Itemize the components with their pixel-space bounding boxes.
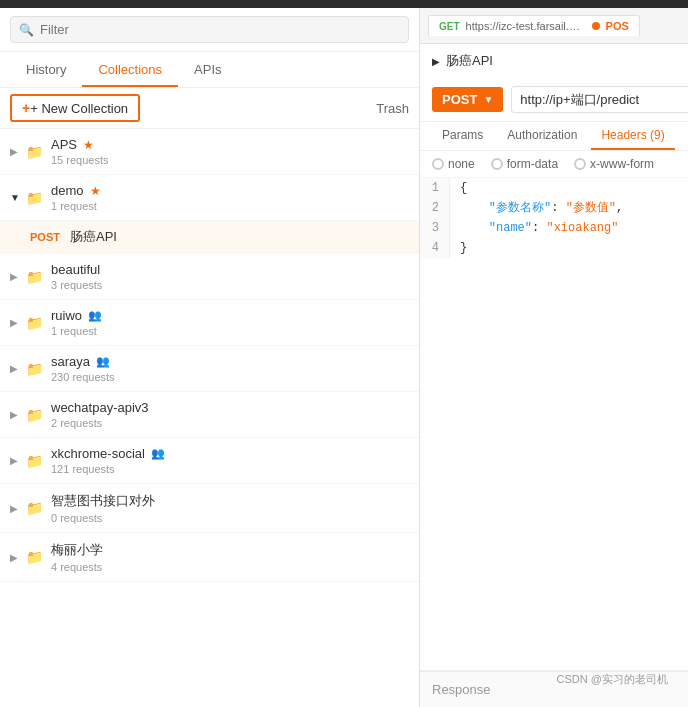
item-info-saraya: saraya 👥 230 requests bbox=[51, 354, 409, 383]
url-input[interactable] bbox=[511, 86, 688, 113]
active-request-tab[interactable]: GET https://izc-test.farsail.net.cn/co..… bbox=[428, 15, 640, 36]
item-name-zhihui: 智慧图书接口对外 bbox=[51, 492, 409, 510]
collection-item-saraya[interactable]: ▶ 📁 saraya 👥 230 requests bbox=[0, 346, 419, 392]
radio-formdata[interactable]: form-data bbox=[491, 157, 558, 171]
subtab-authorization[interactable]: Authorization bbox=[497, 122, 587, 150]
folder-icon-wechatpay: 📁 bbox=[26, 407, 43, 423]
subtab-params[interactable]: Params bbox=[432, 122, 493, 150]
subtab-headers[interactable]: Headers (9) bbox=[591, 122, 674, 150]
code-line-2: 2 "参数名称": "参数值", bbox=[420, 198, 688, 218]
chevron-icon-xkchrome: ▶ bbox=[10, 455, 20, 466]
item-info-xkchrome: xkchrome-social 👥 121 requests bbox=[51, 446, 409, 475]
api-subitem-changai[interactable]: POST 肠癌API bbox=[0, 221, 419, 254]
star-icon-aps: ★ bbox=[83, 138, 94, 152]
radio-urlencoded[interactable]: x-www-form bbox=[574, 157, 654, 171]
collection-name-aps: APS bbox=[51, 137, 77, 152]
collection-name-ruiwo: ruiwo bbox=[51, 308, 82, 323]
collections-list: ▶ 📁 APS ★ 15 requests ▼ 📁 demo ★ bbox=[0, 129, 419, 707]
item-info-beautiful: beautiful 3 requests bbox=[51, 262, 409, 291]
radio-circle-none bbox=[432, 158, 444, 170]
tab-collections[interactable]: Collections bbox=[82, 52, 178, 87]
folder-icon-ruiwo: 📁 bbox=[26, 315, 43, 331]
team-icon-saraya: 👥 bbox=[96, 355, 110, 368]
top-bar bbox=[0, 0, 688, 8]
radio-label-urlencoded: x-www-form bbox=[590, 157, 654, 171]
pos-badge: POS bbox=[606, 20, 629, 32]
item-info-wechatpay: wechatpay-apiv3 2 requests bbox=[51, 400, 409, 429]
item-name-wechatpay: wechatpay-apiv3 bbox=[51, 400, 409, 415]
trash-button[interactable]: Trash bbox=[376, 101, 409, 116]
folder-icon-saraya: 📁 bbox=[26, 361, 43, 377]
team-icon-ruiwo: 👥 bbox=[88, 309, 102, 322]
dot-badge bbox=[592, 22, 600, 30]
chevron-icon-wechatpay: ▶ bbox=[10, 409, 20, 420]
chevron-icon-ruiwo: ▶ bbox=[10, 317, 20, 328]
collection-item-xkchrome[interactable]: ▶ 📁 xkchrome-social 👥 121 requests bbox=[0, 438, 419, 484]
item-name-aps: APS ★ bbox=[51, 137, 409, 152]
line-content-2: "参数名称": "参数值", bbox=[450, 198, 623, 218]
item-info-ruiwo: ruiwo 👥 1 request bbox=[51, 308, 409, 337]
item-name-beautiful: beautiful bbox=[51, 262, 409, 277]
code-editor[interactable]: 1 { 2 "参数名称": "参数值", 3 "name": "xioakang… bbox=[420, 178, 688, 671]
body-type-row: none form-data x-www-form bbox=[420, 151, 688, 178]
star-icon-demo: ★ bbox=[90, 184, 101, 198]
section-chevron: ▶ bbox=[432, 56, 440, 67]
method-selector[interactable]: POST ▼ bbox=[432, 87, 503, 112]
collection-item-ruiwo[interactable]: ▶ 📁 ruiwo 👥 1 request bbox=[0, 300, 419, 346]
collection-item-demo[interactable]: ▼ 📁 demo ★ 1 request bbox=[0, 175, 419, 221]
line-num-3: 3 bbox=[420, 218, 450, 238]
json-value-2: "参数值" bbox=[566, 201, 616, 215]
collection-item-beautiful[interactable]: ▶ 📁 beautiful 3 requests bbox=[0, 254, 419, 300]
json-key-2: "参数名称" bbox=[489, 201, 551, 215]
right-panel: GET https://izc-test.farsail.net.cn/co..… bbox=[420, 8, 688, 707]
json-key-3: "name" bbox=[489, 221, 532, 235]
radio-label-none: none bbox=[448, 157, 475, 171]
collection-item-meilixiao[interactable]: ▶ 📁 梅丽小学 4 requests bbox=[0, 533, 419, 582]
collections-toolbar: + + New Collection Trash bbox=[0, 88, 419, 129]
radio-none[interactable]: none bbox=[432, 157, 475, 171]
folder-icon-beautiful: 📁 bbox=[26, 269, 43, 285]
item-name-ruiwo: ruiwo 👥 bbox=[51, 308, 409, 323]
section-title: ▶ 肠癌API bbox=[420, 44, 688, 78]
line-num-4: 4 bbox=[420, 238, 450, 258]
collection-name-meilixiao: 梅丽小学 bbox=[51, 541, 103, 559]
item-count-ruiwo: 1 request bbox=[51, 325, 409, 337]
collection-item-aps[interactable]: ▶ 📁 APS ★ 15 requests bbox=[0, 129, 419, 175]
item-name-xkchrome: xkchrome-social 👥 bbox=[51, 446, 409, 461]
get-method-badge: GET bbox=[439, 21, 460, 32]
item-info-zhihui: 智慧图书接口对外 0 requests bbox=[51, 492, 409, 524]
collection-item-zhihui[interactable]: ▶ 📁 智慧图书接口对外 0 requests bbox=[0, 484, 419, 533]
search-input[interactable] bbox=[40, 22, 400, 37]
folder-icon-aps: 📁 bbox=[26, 144, 43, 160]
team-icon-xkchrome: 👥 bbox=[151, 447, 165, 460]
item-count-aps: 15 requests bbox=[51, 154, 409, 166]
item-count-zhihui: 0 requests bbox=[51, 512, 409, 524]
new-collection-button[interactable]: + + New Collection bbox=[10, 94, 140, 122]
tab-apis[interactable]: APIs bbox=[178, 52, 237, 87]
chevron-icon-beautiful: ▶ bbox=[10, 271, 20, 282]
json-value-3: "xioakang" bbox=[546, 221, 618, 235]
tab-history[interactable]: History bbox=[10, 52, 82, 87]
folder-icon-meilixiao: 📁 bbox=[26, 549, 43, 565]
method-label: POST bbox=[442, 92, 477, 107]
collection-name-saraya: saraya bbox=[51, 354, 90, 369]
new-collection-label: + New Collection bbox=[30, 101, 128, 116]
chevron-icon-zhihui: ▶ bbox=[10, 503, 20, 514]
active-tab-url: https://izc-test.farsail.net.cn/co... bbox=[466, 20, 586, 32]
item-count-saraya: 230 requests bbox=[51, 371, 409, 383]
item-name-meilixiao: 梅丽小学 bbox=[51, 541, 409, 559]
code-line-3: 3 "name": "xioakang" bbox=[420, 218, 688, 238]
watermark: CSDN @实习的老司机 bbox=[557, 672, 668, 687]
item-name-saraya: saraya 👥 bbox=[51, 354, 409, 369]
line-content-1: { bbox=[450, 178, 467, 198]
item-count-beautiful: 3 requests bbox=[51, 279, 409, 291]
code-line-4: 4 } bbox=[420, 238, 688, 258]
request-tab-bar: GET https://izc-test.farsail.net.cn/co..… bbox=[420, 8, 688, 44]
folder-icon-demo: 📁 bbox=[26, 190, 43, 206]
radio-label-formdata: form-data bbox=[507, 157, 558, 171]
item-count-wechatpay: 2 requests bbox=[51, 417, 409, 429]
collection-item-wechatpay[interactable]: ▶ 📁 wechatpay-apiv3 2 requests bbox=[0, 392, 419, 438]
collection-name-xkchrome: xkchrome-social bbox=[51, 446, 145, 461]
plus-icon: + bbox=[22, 100, 30, 116]
line-num-2: 2 bbox=[420, 198, 450, 218]
